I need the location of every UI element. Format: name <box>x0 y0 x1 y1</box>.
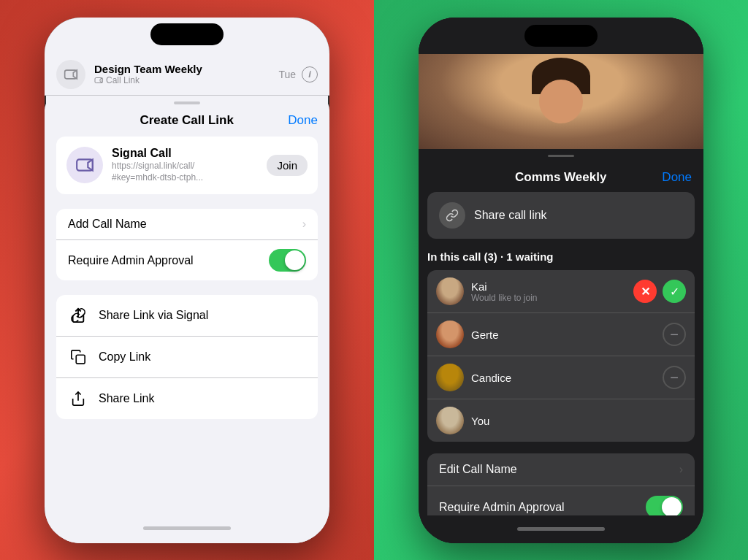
kai-info: Kai Would like to join <box>471 280 626 303</box>
avatar-you <box>436 407 464 434</box>
share-link-label: Share Link <box>99 392 155 405</box>
header-subtitle: Call Link <box>94 75 270 85</box>
gerte-name: Gerte <box>471 329 655 341</box>
require-admin-label: Require Admin Approval <box>68 254 269 267</box>
dynamic-island-left <box>150 23 224 45</box>
avatar-gerte <box>436 321 464 348</box>
join-button[interactable]: Join <box>267 155 308 176</box>
participant-kai: Kai Would like to join ✕ ✓ <box>427 270 695 313</box>
link-icon <box>439 202 465 229</box>
add-call-name-label: Add Call Name <box>68 218 302 231</box>
right-phone-content: Comms Weekly Done Share call link <box>419 149 703 543</box>
left-background: Design Team Weekly Call Link Tue i <box>0 0 374 560</box>
dark-content: Share call link In this call (3) · 1 wai… <box>419 192 703 515</box>
header-avatar <box>56 60 85 89</box>
right-home-bar <box>419 515 703 542</box>
dark-require-admin-row[interactable]: Require Admin Approval <box>427 486 695 515</box>
face-image <box>419 54 703 149</box>
remove-gerte-button[interactable]: − <box>663 323 686 346</box>
candice-name: Candice <box>471 372 655 384</box>
dark-header: Comms Weekly Done <box>419 160 703 192</box>
edit-call-name-row[interactable]: Edit Call Name › <box>427 453 695 486</box>
call-card: Signal Call https://signal.link/call/#ke… <box>56 137 318 195</box>
reject-kai-button[interactable]: ✕ <box>633 280 657 303</box>
require-admin-row[interactable]: Require Admin Approval <box>56 240 318 280</box>
create-call-link-sheet: Create Call Link Done Signal Cal <box>45 96 329 543</box>
face-skin <box>539 80 583 123</box>
kai-action-buttons: ✕ ✓ <box>633 280 686 303</box>
dark-require-admin-label: Require Admin Approval <box>439 501 646 514</box>
call-icon <box>66 147 103 183</box>
home-indicator-right <box>517 527 605 531</box>
svg-marker-5 <box>88 160 93 171</box>
share-call-link-row[interactable]: Share call link <box>427 192 695 239</box>
left-phone: Design Team Weekly Call Link Tue i <box>45 18 329 543</box>
left-home-bar <box>45 514 329 543</box>
sheet-done-button[interactable]: Done <box>288 113 318 128</box>
edit-call-name-label: Edit Call Name <box>439 463 679 476</box>
gerte-info: Gerte <box>471 329 655 341</box>
left-phone-header: Design Team Weekly Call Link Tue i <box>45 54 329 96</box>
chevron-icon: › <box>302 218 306 231</box>
participants-list: Kai Would like to join ✕ ✓ <box>427 270 695 442</box>
settings-group: Add Call Name › Require Admin Approval <box>56 209 318 280</box>
share-via-signal-row[interactable]: Share Link via Signal <box>56 295 318 337</box>
dark-sheet-handle <box>548 155 574 158</box>
copy-link-icon <box>68 347 88 367</box>
sheet-handle <box>174 101 200 104</box>
copy-link-row[interactable]: Copy Link <box>56 337 318 378</box>
dark-phone-title: Comms Weekly <box>515 170 606 185</box>
participant-gerte: Gerte − <box>427 313 695 356</box>
avatar-kai <box>436 277 464 305</box>
call-name: Signal Call <box>112 147 258 160</box>
sheet-title: Create Call Link <box>140 113 234 128</box>
right-background: Comms Weekly Done Share call link <box>374 0 748 560</box>
kai-name: Kai <box>471 280 626 293</box>
dark-settings-group: Edit Call Name › Require Admin Approval <box>427 453 695 515</box>
share-link-row[interactable]: Share Link <box>56 378 318 419</box>
sheet-content: Signal Call https://signal.link/call/#ke… <box>45 137 329 514</box>
in-call-section-title: In this call (3) · 1 waiting <box>427 250 695 263</box>
kai-status: Would like to join <box>471 293 626 303</box>
candice-info: Candice <box>471 372 655 384</box>
svg-marker-3 <box>100 78 102 83</box>
share-call-link-label: Share call link <box>474 209 547 222</box>
you-name: You <box>471 415 686 427</box>
share-link-icon <box>68 388 88 409</box>
toggle-knob <box>285 250 305 270</box>
header-text-block: Design Team Weekly Call Link <box>94 63 270 85</box>
add-call-name-row[interactable]: Add Call Name › <box>56 209 318 240</box>
call-info: Signal Call https://signal.link/call/#ke… <box>112 147 258 185</box>
you-info: You <box>471 415 686 427</box>
header-subtitle-text: Call Link <box>106 75 140 85</box>
accept-kai-button[interactable]: ✓ <box>663 280 686 303</box>
info-button[interactable]: i <box>302 66 318 83</box>
participant-candice: Candice − <box>427 356 695 399</box>
dark-done-button[interactable]: Done <box>662 170 692 185</box>
header-title: Design Team Weekly <box>94 63 270 75</box>
dark-toggle-knob <box>662 497 682 515</box>
share-group: Share Link via Signal Copy Link <box>56 295 318 419</box>
home-indicator-left <box>143 526 231 530</box>
right-status-bar <box>419 18 703 54</box>
share-via-signal-label: Share Link via Signal <box>99 309 208 322</box>
dark-chevron-icon: › <box>679 463 683 476</box>
dynamic-island-right <box>524 25 598 47</box>
copy-link-label: Copy Link <box>99 350 150 364</box>
participant-you: You <box>427 399 695 442</box>
share-signal-icon <box>68 305 88 326</box>
avatar-candice <box>436 364 464 391</box>
svg-marker-1 <box>73 70 77 79</box>
right-phone: Comms Weekly Done Share call link <box>419 18 703 543</box>
remove-candice-button[interactable]: − <box>663 366 686 389</box>
header-right: Tue i <box>278 66 318 83</box>
header-date: Tue <box>278 69 296 80</box>
dark-require-admin-toggle[interactable] <box>646 496 683 515</box>
call-url: https://signal.link/call/#key=mhdk-dtsb-… <box>112 160 258 185</box>
require-admin-toggle[interactable] <box>269 249 306 272</box>
sheet-header: Create Call Link Done <box>45 110 329 137</box>
top-photo <box>419 54 703 149</box>
left-status-bar <box>45 18 329 54</box>
svg-rect-8 <box>76 355 85 364</box>
